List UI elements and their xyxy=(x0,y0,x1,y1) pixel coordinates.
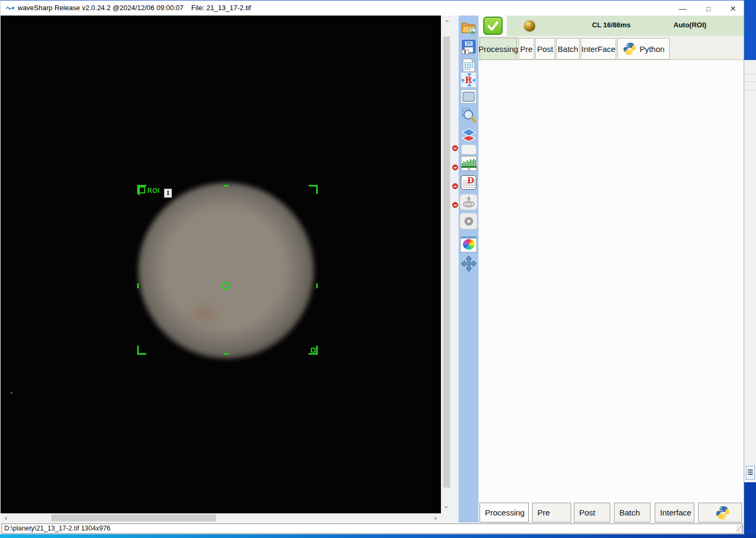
hot-pixel xyxy=(10,392,13,394)
desktop-bottom-edge xyxy=(0,534,756,538)
rectangle-select-button[interactable] xyxy=(460,89,477,103)
roi-mode-label: Auto(ROI) xyxy=(673,21,706,29)
resize-roi-icon: R xyxy=(461,72,476,87)
scroll-right-icon[interactable]: › xyxy=(431,513,440,522)
text-document-icon xyxy=(461,58,476,73)
report-button[interactable] xyxy=(460,58,477,73)
roi-info-button[interactable]: I xyxy=(164,189,172,198)
magnifier-icon xyxy=(461,107,477,124)
tab-python[interactable]: Python xyxy=(617,38,670,59)
histogram-icon xyxy=(461,156,477,171)
tab-interface[interactable]: InterFace xyxy=(581,38,616,59)
blank-slot xyxy=(460,145,477,154)
pan-button[interactable] xyxy=(460,256,477,272)
remove-ring-badge[interactable] xyxy=(452,202,458,208)
top-tab-bar: Processing Pre Post Batch InterFace Pyth… xyxy=(478,36,744,60)
scroll-down-icon[interactable]: › xyxy=(441,503,452,511)
bottom-tab-post[interactable]: Post xyxy=(574,503,610,522)
roi-overlay[interactable]: ROI I xyxy=(137,185,318,355)
file-path-field[interactable]: D:\planety\21_13_17-2.tif 1304x976 xyxy=(2,524,743,534)
minimize-button[interactable]: — xyxy=(675,3,691,14)
ring-mask-button[interactable] xyxy=(460,213,477,229)
resize-roi-button[interactable]: R xyxy=(460,72,477,87)
toolbar-badge-gutter xyxy=(452,16,459,522)
tab-python-label: Python xyxy=(640,44,665,54)
remove-denoise-badge[interactable] xyxy=(452,165,458,170)
wavesharp-window: waveSharp Release v2.0.24.2 @2024/12/06 … xyxy=(0,0,756,538)
move-arrows-icon xyxy=(461,256,477,272)
window-title: waveSharp Release v2.0.24.2 @2024/12/06 … xyxy=(18,4,251,12)
image-canvas[interactable]: ROI I xyxy=(1,16,441,513)
checkmark-icon xyxy=(486,19,499,32)
python-logo-icon xyxy=(623,42,637,56)
histogram-button[interactable] xyxy=(460,156,477,171)
roi-center-marker[interactable] xyxy=(222,282,230,290)
tab-post[interactable]: Post xyxy=(535,38,555,59)
tab-pre[interactable]: Pre xyxy=(519,38,534,59)
ripple-arrow-icon xyxy=(462,195,476,209)
roi-flag-icon xyxy=(138,186,145,193)
status-banner: CL 16/86ms Auto(ROI) xyxy=(478,16,744,36)
bottom-tab-processing[interactable]: Processing xyxy=(480,503,529,522)
bottom-tab-interface[interactable]: Interface xyxy=(655,503,694,522)
save-floppy-icon xyxy=(461,39,477,55)
control-panel: CL 16/86ms Auto(ROI) Processing Pre Post… xyxy=(478,16,744,522)
status-led-icon xyxy=(524,20,535,32)
app-logo-icon xyxy=(6,4,16,12)
scroll-up-icon[interactable]: › xyxy=(441,17,452,25)
background-window-icon xyxy=(746,466,755,480)
status-bar: D:\planety\21_13_17-2.tif 1304x976 xyxy=(0,522,744,534)
resize-grip[interactable] xyxy=(736,526,744,533)
horizontal-scroll-thumb[interactable] xyxy=(51,514,216,521)
color-wheel-icon xyxy=(460,236,477,252)
rectangle-select-icon xyxy=(461,89,476,103)
scroll-left-icon[interactable]: ‹ xyxy=(2,513,10,522)
open-folder-icon xyxy=(461,20,477,35)
desktop-right-strip xyxy=(744,0,756,534)
bottom-tab-python[interactable] xyxy=(698,503,742,522)
sharpen-button[interactable] xyxy=(460,194,477,210)
cl-timing-label: CL 16/86ms xyxy=(592,21,631,29)
zoom-roi-button[interactable] xyxy=(460,107,477,124)
layers-button[interactable] xyxy=(460,128,477,143)
save-file-button[interactable] xyxy=(460,39,477,55)
vertical-scroll-thumb[interactable] xyxy=(443,36,450,488)
checkbox-holder xyxy=(478,16,507,36)
title-bar: waveSharp Release v2.0.24.2 @2024/12/06 … xyxy=(0,0,744,15)
python-logo-icon xyxy=(715,505,730,520)
tab-batch[interactable]: Batch xyxy=(556,38,580,59)
maximize-button[interactable]: □ xyxy=(700,3,716,14)
tool-strip: R xyxy=(459,16,478,522)
denoise-icon: D xyxy=(461,175,476,190)
roi-corner-handle[interactable] xyxy=(311,348,316,353)
enable-checkbox[interactable] xyxy=(483,17,503,35)
remove-sharpen-badge[interactable] xyxy=(452,183,458,189)
ring-icon xyxy=(465,217,473,226)
processing-panel-content xyxy=(478,60,744,499)
remove-histogram-badge[interactable] xyxy=(452,145,458,151)
vertical-scrollbar[interactable]: › › xyxy=(441,16,452,513)
roi-label: ROI xyxy=(147,187,160,195)
layers-icon xyxy=(461,128,477,143)
bottom-tab-pre[interactable]: Pre xyxy=(532,503,571,522)
close-button[interactable]: ✕ xyxy=(725,3,741,14)
color-wheel-button[interactable] xyxy=(460,236,477,252)
denoise-button[interactable]: D xyxy=(460,175,477,190)
open-file-button[interactable] xyxy=(460,20,477,35)
horizontal-scrollbar[interactable]: ‹ › xyxy=(1,513,441,522)
bottom-tab-batch[interactable]: Batch xyxy=(614,503,650,522)
tab-processing[interactable]: Processing xyxy=(480,38,517,60)
